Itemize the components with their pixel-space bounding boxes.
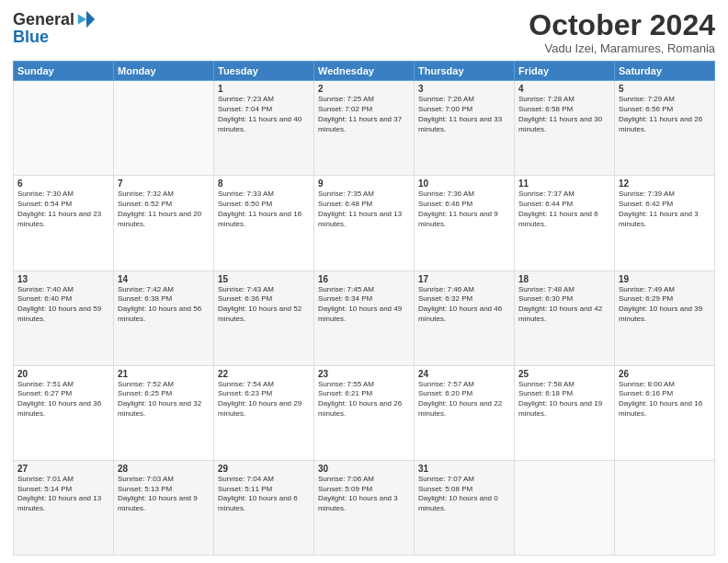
day-info: Sunrise: 7:01 AM Sunset: 5:14 PM Dayligh… bbox=[17, 475, 109, 514]
day-info: Sunrise: 7:23 AM Sunset: 7:04 PM Dayligh… bbox=[218, 95, 310, 134]
calendar-cell: 29Sunrise: 7:04 AM Sunset: 5:11 PM Dayli… bbox=[214, 460, 314, 555]
calendar-cell: 27Sunrise: 7:01 AM Sunset: 5:14 PM Dayli… bbox=[14, 460, 114, 555]
day-number: 23 bbox=[318, 369, 410, 379]
svg-marker-1 bbox=[78, 15, 86, 25]
calendar-cell bbox=[14, 81, 114, 176]
calendar-cell: 7Sunrise: 7:32 AM Sunset: 6:52 PM Daylig… bbox=[114, 176, 214, 270]
day-number: 22 bbox=[218, 369, 310, 379]
day-info: Sunrise: 7:40 AM Sunset: 6:40 PM Dayligh… bbox=[17, 285, 109, 325]
page: General Blue October 2024 Vadu Izei, Mar… bbox=[0, 0, 728, 563]
day-info: Sunrise: 7:57 AM Sunset: 6:20 PM Dayligh… bbox=[418, 380, 510, 419]
day-info: Sunrise: 7:03 AM Sunset: 5:13 PM Dayligh… bbox=[118, 475, 210, 514]
day-number: 27 bbox=[17, 464, 109, 474]
day-number: 12 bbox=[619, 178, 711, 189]
calendar-cell: 18Sunrise: 7:48 AM Sunset: 6:30 PM Dayli… bbox=[515, 270, 615, 365]
calendar-cell: 5Sunrise: 7:29 AM Sunset: 6:56 PM Daylig… bbox=[615, 81, 715, 176]
logo-blue-text: Blue bbox=[13, 28, 49, 47]
day-info: Sunrise: 7:32 AM Sunset: 6:52 PM Dayligh… bbox=[118, 190, 210, 229]
weekday-header-sunday: Sunday bbox=[14, 62, 114, 81]
day-number: 21 bbox=[118, 369, 210, 379]
calendar-table: SundayMondayTuesdayWednesdayThursdayFrid… bbox=[13, 61, 715, 556]
day-info: Sunrise: 7:26 AM Sunset: 7:00 PM Dayligh… bbox=[418, 95, 510, 134]
calendar-cell: 24Sunrise: 7:57 AM Sunset: 6:20 PM Dayli… bbox=[415, 365, 515, 460]
day-number: 17 bbox=[418, 274, 510, 284]
calendar-cell bbox=[114, 81, 214, 176]
month-title: October 2024 bbox=[529, 9, 715, 41]
calendar-cell: 9Sunrise: 7:35 AM Sunset: 6:48 PM Daylig… bbox=[314, 176, 415, 270]
day-info: Sunrise: 7:33 AM Sunset: 6:50 PM Dayligh… bbox=[218, 190, 310, 229]
day-info: Sunrise: 7:58 AM Sunset: 6:18 PM Dayligh… bbox=[518, 380, 610, 419]
calendar-cell: 2Sunrise: 7:25 AM Sunset: 7:02 PM Daylig… bbox=[314, 81, 415, 176]
day-info: Sunrise: 7:37 AM Sunset: 6:44 PM Dayligh… bbox=[518, 190, 610, 229]
calendar-cell: 23Sunrise: 7:55 AM Sunset: 6:21 PM Dayli… bbox=[314, 365, 415, 460]
day-info: Sunrise: 7:55 AM Sunset: 6:21 PM Dayligh… bbox=[318, 380, 410, 419]
weekday-header-thursday: Thursday bbox=[415, 62, 515, 81]
calendar-cell: 15Sunrise: 7:43 AM Sunset: 6:36 PM Dayli… bbox=[214, 270, 314, 365]
weekday-header-row: SundayMondayTuesdayWednesdayThursdayFrid… bbox=[14, 62, 715, 81]
day-info: Sunrise: 7:45 AM Sunset: 6:34 PM Dayligh… bbox=[318, 285, 410, 325]
calendar-cell: 16Sunrise: 7:45 AM Sunset: 6:34 PM Dayli… bbox=[314, 270, 415, 365]
weekday-header-friday: Friday bbox=[515, 62, 615, 81]
calendar-cell: 26Sunrise: 8:00 AM Sunset: 6:16 PM Dayli… bbox=[615, 365, 715, 460]
day-number: 7 bbox=[118, 178, 210, 189]
calendar-cell: 20Sunrise: 7:51 AM Sunset: 6:27 PM Dayli… bbox=[14, 365, 114, 460]
day-info: Sunrise: 7:30 AM Sunset: 6:54 PM Dayligh… bbox=[17, 190, 109, 229]
calendar-cell: 19Sunrise: 7:49 AM Sunset: 6:29 PM Dayli… bbox=[615, 270, 715, 365]
week-row-2: 6Sunrise: 7:30 AM Sunset: 6:54 PM Daylig… bbox=[14, 176, 715, 270]
day-number: 9 bbox=[318, 178, 410, 189]
day-info: Sunrise: 7:04 AM Sunset: 5:11 PM Dayligh… bbox=[218, 475, 310, 514]
day-number: 30 bbox=[318, 464, 410, 474]
calendar-cell: 21Sunrise: 7:52 AM Sunset: 6:25 PM Dayli… bbox=[114, 365, 214, 460]
day-number: 26 bbox=[619, 369, 711, 379]
weekday-header-wednesday: Wednesday bbox=[314, 62, 415, 81]
week-row-1: 1Sunrise: 7:23 AM Sunset: 7:04 PM Daylig… bbox=[14, 81, 715, 176]
week-row-4: 20Sunrise: 7:51 AM Sunset: 6:27 PM Dayli… bbox=[14, 365, 715, 460]
week-row-5: 27Sunrise: 7:01 AM Sunset: 5:14 PM Dayli… bbox=[14, 460, 715, 555]
title-block: October 2024 Vadu Izei, Maramures, Roman… bbox=[529, 9, 715, 55]
calendar-cell bbox=[615, 460, 715, 555]
calendar-cell: 8Sunrise: 7:33 AM Sunset: 6:50 PM Daylig… bbox=[214, 176, 314, 270]
day-info: Sunrise: 8:00 AM Sunset: 6:16 PM Dayligh… bbox=[619, 380, 711, 419]
day-number: 10 bbox=[418, 178, 510, 189]
calendar-cell: 3Sunrise: 7:26 AM Sunset: 7:00 PM Daylig… bbox=[415, 81, 515, 176]
day-number: 14 bbox=[118, 274, 210, 284]
day-number: 16 bbox=[318, 274, 410, 284]
calendar-cell: 25Sunrise: 7:58 AM Sunset: 6:18 PM Dayli… bbox=[515, 365, 615, 460]
day-info: Sunrise: 7:06 AM Sunset: 5:09 PM Dayligh… bbox=[318, 475, 410, 514]
day-number: 13 bbox=[17, 274, 109, 284]
svg-marker-0 bbox=[86, 11, 95, 28]
day-info: Sunrise: 7:39 AM Sunset: 6:42 PM Dayligh… bbox=[619, 190, 711, 229]
day-info: Sunrise: 7:35 AM Sunset: 6:48 PM Dayligh… bbox=[318, 190, 410, 229]
day-number: 25 bbox=[518, 369, 610, 379]
weekday-header-saturday: Saturday bbox=[615, 62, 715, 81]
day-info: Sunrise: 7:46 AM Sunset: 6:32 PM Dayligh… bbox=[418, 285, 510, 325]
day-info: Sunrise: 7:28 AM Sunset: 6:58 PM Dayligh… bbox=[518, 95, 610, 134]
day-info: Sunrise: 7:36 AM Sunset: 6:46 PM Dayligh… bbox=[418, 190, 510, 229]
location: Vadu Izei, Maramures, Romania bbox=[529, 41, 715, 55]
day-number: 19 bbox=[619, 274, 711, 284]
day-info: Sunrise: 7:54 AM Sunset: 6:23 PM Dayligh… bbox=[218, 380, 310, 419]
weekday-header-monday: Monday bbox=[114, 62, 214, 81]
calendar-cell: 22Sunrise: 7:54 AM Sunset: 6:23 PM Dayli… bbox=[214, 365, 314, 460]
day-number: 24 bbox=[418, 369, 510, 379]
day-number: 15 bbox=[218, 274, 310, 284]
calendar-cell bbox=[515, 460, 615, 555]
day-number: 20 bbox=[17, 369, 109, 379]
day-number: 31 bbox=[418, 464, 510, 474]
day-number: 28 bbox=[118, 464, 210, 474]
calendar-cell: 11Sunrise: 7:37 AM Sunset: 6:44 PM Dayli… bbox=[515, 176, 615, 270]
calendar-cell: 28Sunrise: 7:03 AM Sunset: 5:13 PM Dayli… bbox=[114, 460, 214, 555]
day-info: Sunrise: 7:48 AM Sunset: 6:30 PM Dayligh… bbox=[518, 285, 610, 325]
day-info: Sunrise: 7:25 AM Sunset: 7:02 PM Dayligh… bbox=[318, 95, 410, 134]
day-number: 3 bbox=[418, 84, 510, 94]
day-info: Sunrise: 7:51 AM Sunset: 6:27 PM Dayligh… bbox=[17, 380, 109, 419]
calendar-cell: 12Sunrise: 7:39 AM Sunset: 6:42 PM Dayli… bbox=[615, 176, 715, 270]
day-info: Sunrise: 7:52 AM Sunset: 6:25 PM Dayligh… bbox=[118, 380, 210, 419]
day-number: 29 bbox=[218, 464, 310, 474]
day-number: 2 bbox=[318, 84, 410, 94]
calendar-cell: 13Sunrise: 7:40 AM Sunset: 6:40 PM Dayli… bbox=[14, 270, 114, 365]
weekday-header-tuesday: Tuesday bbox=[214, 62, 314, 81]
day-number: 18 bbox=[518, 274, 610, 284]
logo-icon bbox=[76, 9, 97, 29]
day-number: 8 bbox=[218, 178, 310, 189]
